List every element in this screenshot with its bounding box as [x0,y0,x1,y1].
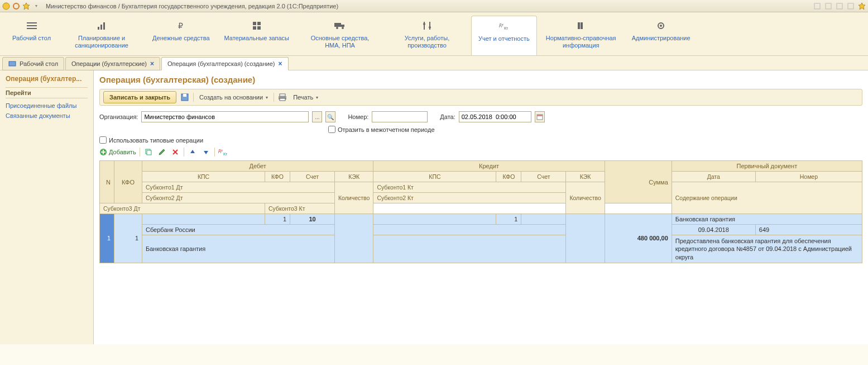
copy-icon[interactable] [143,147,154,157]
cell-kek-kt [566,214,605,263]
date-label: Дата: [440,113,455,120]
sliders-icon [421,20,433,31]
svg-text:Кт: Кт [223,152,228,156]
cell-kfo: 1 [114,214,142,263]
col-sub3kt[interactable]: Субконто3 Кт [265,203,373,214]
sidebar-link-related[interactable]: Связанные документы [6,111,88,121]
col-n[interactable]: N [100,161,114,203]
col-primary-doc[interactable]: Первичный документ [672,161,862,172]
col-kfo[interactable]: КФО [114,161,142,203]
col-sub2kt[interactable]: Субконто2 Кт [373,193,566,203]
main-nav: Рабочий стол Планирование и санкциониров… [0,12,868,56]
nav-planning[interactable]: Планирование и санкционирование [59,16,145,55]
dropdown-icon[interactable]: ▾ [32,2,40,10]
col-account-kt[interactable]: Счет [521,172,566,182]
tool3-icon[interactable] [836,2,843,10]
nav-desktop[interactable]: Рабочий стол [6,16,57,55]
tool1-icon[interactable] [813,2,821,10]
books-icon [576,20,587,31]
nav-assets[interactable]: Основные средства, НМА, НПА [297,16,383,55]
col-sum[interactable]: Сумма [605,161,672,203]
star-icon[interactable] [22,2,30,10]
col-kfo-dt[interactable]: КФО [265,172,290,182]
svg-rect-33 [9,61,16,66]
svg-rect-20 [341,25,344,27]
date-picker-button[interactable] [535,111,545,122]
svg-rect-13 [103,22,105,30]
date-input[interactable] [459,111,531,122]
col-kps-kt[interactable]: КПС [373,172,496,182]
close-icon[interactable]: × [278,60,282,68]
table-row[interactable]: Банковская гарантия Предоставлена банков… [100,235,862,263]
cell-sub2kt [373,235,566,263]
org-select-button[interactable]: ... [312,111,322,122]
tab-operations[interactable]: Операции (бухгалтерские) × [65,57,160,70]
col-date[interactable]: Дата [672,172,755,182]
boxes-icon [251,20,262,31]
tab-strip: Рабочий стол Операции (бухгалтерские) × … [0,56,868,70]
col-sub1kt[interactable]: Субконто1 Кт [373,182,566,193]
tool4-icon[interactable] [847,2,855,10]
nav-accounting[interactable]: ДтКт Учет и отчетность [471,16,537,55]
col-kfo-kt[interactable]: КФО [496,172,521,182]
col-qty-kt[interactable]: Количество [566,182,605,214]
nav-money[interactable]: ₽ Денежные средства [146,16,216,55]
tab-operation-create[interactable]: Операция (бухгалтерская) (создание) × [161,57,288,70]
add-button[interactable]: Добавить [99,148,136,156]
nav-admin[interactable]: Администрирование [625,16,697,55]
col-sub1dt[interactable]: Субконто1 Дт [142,182,335,193]
svg-point-32 [660,25,662,27]
svg-rect-16 [257,22,261,25]
svg-text:₽: ₽ [178,21,183,30]
edit-icon[interactable] [157,147,167,157]
svg-rect-36 [280,94,285,96]
star-fav-icon[interactable] [858,2,866,10]
col-kek-kt[interactable]: КЭК [566,172,605,182]
window-title: Министерство финансов / Бухгалтерия госу… [46,3,338,10]
nav-materials[interactable]: Материальные запасы [218,16,296,55]
typical-ops-checkbox[interactable]: Использовать типовые операции [99,136,203,144]
planning-icon [96,20,107,31]
nav-services[interactable]: Услуги, работы, производство [384,16,470,55]
svg-marker-49 [204,151,208,154]
col-account-dt[interactable]: Счет [290,172,335,182]
svg-text:Кт: Кт [504,26,509,30]
nav-reference[interactable]: Нормативно-справочная информация [538,16,624,55]
col-debit[interactable]: Дебет [142,161,373,172]
save-close-button[interactable]: Записать и закрыть [103,91,176,103]
number-input[interactable] [372,111,428,122]
svg-rect-3 [814,3,820,9]
svg-point-21 [336,27,338,29]
interreport-checkbox[interactable]: Отразить в межотчетном периоде [328,126,435,133]
org-search-button[interactable]: 🔍 [325,111,335,122]
move-up-icon[interactable] [188,147,198,157]
col-sub3dt[interactable]: Субконто3 Дт [100,203,265,214]
col-number[interactable]: Номер [755,172,862,182]
table-row[interactable]: Сбербанк России 09.04.2018 649 [100,225,862,235]
tab-desktop[interactable]: Рабочий стол [2,57,64,70]
cell-content: Предоставлена банковская гарантия для об… [672,235,862,263]
col-content[interactable]: Содержание операции [672,182,862,214]
tool2-icon[interactable] [824,2,832,10]
org-input[interactable] [141,111,309,122]
col-credit[interactable]: Кредит [373,161,605,172]
col-kek-dt[interactable]: КЭК [335,172,373,182]
create-based-button[interactable]: Создать на основании [197,93,270,102]
sidebar-link-files[interactable]: Присоединенные файлы [6,101,88,111]
col-kps-dt[interactable]: КПС [142,172,265,182]
cell-kps-kt [373,214,496,225]
svg-rect-12 [100,25,102,30]
close-icon[interactable]: × [150,60,154,68]
svg-rect-45 [147,150,151,155]
table-row[interactable]: 1 1 1 10 1 480 000,00 Банковская гаранти… [100,214,862,225]
col-sub2dt[interactable]: Субконто2 Дт [142,193,335,203]
print-icon[interactable] [277,92,287,102]
dtkt-icon[interactable]: ДтКт [218,147,228,157]
svg-rect-6 [848,3,853,9]
print-button[interactable]: Печать [291,93,320,102]
move-down-icon[interactable] [201,147,211,157]
cell-account-kt [521,214,566,225]
save-icon[interactable] [180,92,190,102]
org-label: Организация: [99,113,138,120]
delete-icon[interactable] [170,147,180,157]
